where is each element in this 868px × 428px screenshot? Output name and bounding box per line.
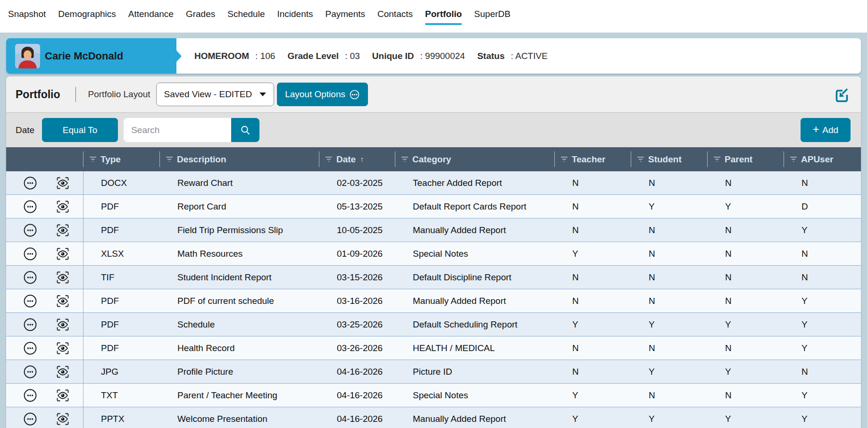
chevron-down-icon [259,92,266,96]
nav-tab-attendance[interactable]: Attendance [128,9,174,19]
search-button[interactable] [231,118,259,142]
row-more-button[interactable] [24,412,37,426]
row-preview-button[interactable] [56,389,69,402]
cell-parent: N [707,266,784,289]
cell-description: Schedule [159,313,319,336]
search-icon [240,125,250,135]
preview-icon [56,412,69,426]
cell-category: Manually Added Report [395,218,554,242]
row-actions [6,266,83,289]
export-button[interactable] [835,88,849,105]
preview-icon [56,389,69,402]
student-field-homeroom: HOMEROOM: 106 [194,51,275,61]
row-preview-button[interactable] [56,271,69,284]
row-preview-button[interactable] [56,342,69,355]
row-more-button[interactable] [24,389,37,402]
cell-date: 03-15-2026 [319,266,395,289]
sort-asc-icon: ↑ [360,155,364,164]
row-actions [6,384,83,407]
cell-apuser: Y [784,289,861,312]
cell-type: PDF [83,218,159,242]
row-more-button[interactable] [24,318,37,331]
row-actions [6,218,83,242]
table-row: PPTXWelcome Presentation04-16-2026Manual… [6,407,861,428]
row-more-button[interactable] [24,176,37,190]
student-field-unique-id: Unique ID: 99900024 [372,51,465,61]
row-more-button[interactable] [24,247,37,260]
add-button[interactable]: + Add [801,118,851,142]
header-cell-apuser[interactable]: APUser [784,147,861,171]
plus-icon: + [813,123,819,136]
row-preview-button[interactable] [56,412,69,426]
cell-teacher: Y [554,242,631,265]
nav-tab-snapshot[interactable]: Snapshot [8,9,46,19]
row-more-button[interactable] [24,365,37,378]
table-row: TXTParent / Teacher Meeting04-16-2026Spe… [6,384,861,407]
filter-icon [325,156,333,162]
preview-icon [56,200,69,213]
row-preview-button[interactable] [56,318,69,331]
layout-select[interactable]: Saved View - EDITED [156,83,274,106]
field-label: Grade Level [287,51,339,61]
header-cell-teacher[interactable]: Teacher [554,147,631,171]
student-header-card: Carie McDonald HOMEROOM: 106Grade Level:… [6,38,861,74]
cell-teacher: N [554,289,631,312]
more-options-icon [24,365,37,378]
header-cell-date[interactable]: Date↑ [319,147,395,171]
row-preview-button[interactable] [56,176,69,190]
row-preview-button[interactable] [56,247,69,260]
cell-student: Y [631,313,707,336]
row-preview-button[interactable] [56,224,69,237]
row-preview-button[interactable] [56,200,69,213]
nav-tab-portfolio[interactable]: Portfolio [425,9,462,19]
nav-tab-schedule[interactable]: Schedule [227,9,265,19]
preview-icon [56,247,69,260]
row-more-button[interactable] [24,294,37,308]
cell-student: N [631,218,707,242]
preview-icon [56,224,69,237]
add-button-label: Add [822,125,838,135]
cell-teacher: Y [554,384,631,407]
table-row: XLSXMath Resources01-09-2026Special Note… [6,242,861,266]
row-more-button[interactable] [24,224,37,237]
cell-student: N [631,266,707,289]
filter-icon [560,156,568,162]
nav-tab-incidents[interactable]: Incidents [277,9,313,19]
cell-apuser: N [784,266,861,289]
nav-tab-contacts[interactable]: Contacts [377,9,413,19]
cell-description: Reward Chart [159,171,319,194]
cell-date: 10-05-2025 [319,218,395,242]
cell-student: Y [631,407,707,428]
header-cell-type[interactable]: Type [83,147,159,171]
header-cell-actions [6,147,83,171]
table-row: PDFReport Card05-13-2025Default Report C… [6,195,861,218]
field-label: HOMEROOM [194,51,249,61]
header-cell-category[interactable]: Category [395,147,554,171]
filter-operator-button[interactable]: Equal To [42,118,118,142]
row-more-button[interactable] [24,342,37,355]
filter-icon [790,156,797,162]
cell-student: N [631,289,707,312]
nav-tab-superdb[interactable]: SuperDB [474,9,510,19]
table-row: PDFPDF of current schedule03-16-2026Manu… [6,289,861,313]
layout-options-button[interactable]: Layout Options [277,83,368,106]
column-label: Date [336,154,356,165]
cell-type: TXT [83,384,159,407]
table-body: DOCXReward Chart02-03-2025Teacher Added … [6,171,861,428]
search-control [124,118,259,142]
filter-icon [89,156,97,162]
header-cell-student[interactable]: Student [631,147,707,171]
row-preview-button[interactable] [56,294,69,308]
cell-type: PDF [83,289,159,312]
search-input[interactable] [124,118,231,142]
cell-teacher: N [554,266,631,289]
nav-tab-grades[interactable]: Grades [186,9,215,19]
row-more-button[interactable] [24,200,37,213]
row-actions [6,289,83,312]
header-cell-description[interactable]: Description [159,147,319,171]
row-preview-button[interactable] [56,365,69,378]
row-more-button[interactable] [24,271,37,284]
header-cell-parent[interactable]: Parent [707,147,784,171]
nav-tab-demographics[interactable]: Demographics [58,9,116,19]
nav-tab-payments[interactable]: Payments [326,9,365,19]
